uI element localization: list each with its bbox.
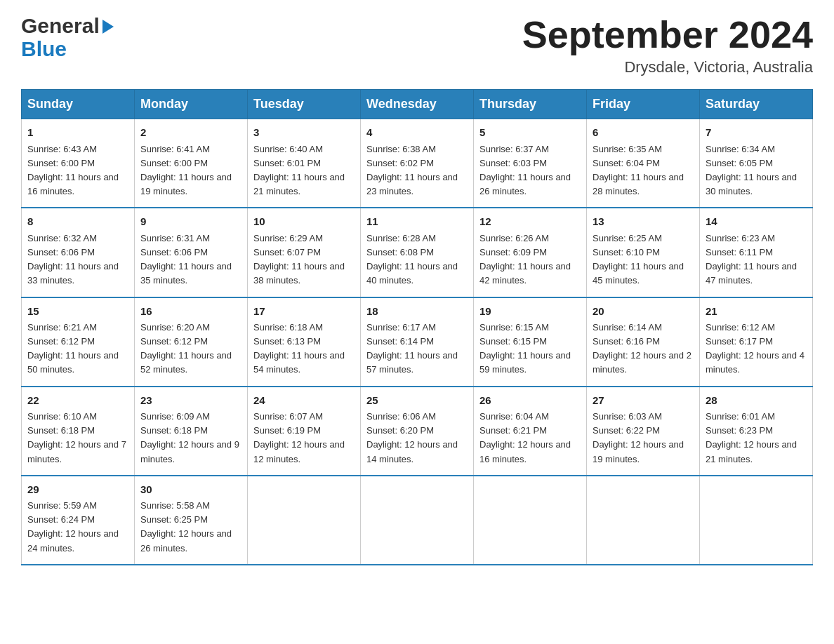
calendar-week-row: 1Sunrise: 6:43 AMSunset: 6:00 PMDaylight… xyxy=(22,119,813,208)
day-info: Sunrise: 6:07 AMSunset: 6:19 PMDaylight:… xyxy=(253,410,355,467)
calendar-week-row: 15Sunrise: 6:21 AMSunset: 6:12 PMDayligh… xyxy=(22,297,813,387)
day-info: Sunrise: 6:37 AMSunset: 6:03 PMDaylight:… xyxy=(479,142,581,199)
day-number: 2 xyxy=(140,125,241,141)
calendar-cell: 2Sunrise: 6:41 AMSunset: 6:00 PMDaylight… xyxy=(135,119,248,208)
calendar-cell: 1Sunrise: 6:43 AMSunset: 6:00 PMDaylight… xyxy=(22,119,135,208)
day-number: 7 xyxy=(706,125,807,141)
calendar-cell: 23Sunrise: 6:09 AMSunset: 6:18 PMDayligh… xyxy=(135,387,248,476)
day-number: 4 xyxy=(366,125,468,141)
day-number: 10 xyxy=(253,214,355,230)
day-number: 18 xyxy=(366,304,468,320)
day-info: Sunrise: 6:34 AMSunset: 6:05 PMDaylight:… xyxy=(706,142,807,199)
calendar-cell: 10Sunrise: 6:29 AMSunset: 6:07 PMDayligh… xyxy=(248,208,361,297)
day-info: Sunrise: 6:09 AMSunset: 6:18 PMDaylight:… xyxy=(140,410,241,467)
day-number: 3 xyxy=(253,125,355,141)
calendar-week-row: 22Sunrise: 6:10 AMSunset: 6:18 PMDayligh… xyxy=(22,387,813,476)
calendar-cell: 21Sunrise: 6:12 AMSunset: 6:17 PMDayligh… xyxy=(700,297,813,387)
day-number: 19 xyxy=(479,304,581,320)
day-info: Sunrise: 6:32 AMSunset: 6:06 PMDaylight:… xyxy=(27,232,128,288)
calendar-cell: 15Sunrise: 6:21 AMSunset: 6:12 PMDayligh… xyxy=(22,297,135,387)
calendar-cell: 27Sunrise: 6:03 AMSunset: 6:22 PMDayligh… xyxy=(587,387,700,476)
day-header-tuesday: Tuesday xyxy=(248,90,361,119)
calendar-cell: 14Sunrise: 6:23 AMSunset: 6:11 PMDayligh… xyxy=(700,208,813,297)
day-number: 30 xyxy=(140,482,241,498)
calendar-cell: 8Sunrise: 6:32 AMSunset: 6:06 PMDaylight… xyxy=(22,208,135,297)
day-number: 22 xyxy=(27,393,128,409)
calendar-week-row: 29Sunrise: 5:59 AMSunset: 6:24 PMDayligh… xyxy=(22,476,813,565)
day-info: Sunrise: 6:15 AMSunset: 6:15 PMDaylight:… xyxy=(479,321,581,377)
calendar-cell: 24Sunrise: 6:07 AMSunset: 6:19 PMDayligh… xyxy=(248,387,361,476)
page-header: General Blue September 2024 Drysdale, Vi… xyxy=(21,14,813,76)
day-number: 28 xyxy=(706,393,807,409)
day-number: 1 xyxy=(27,125,128,141)
day-info: Sunrise: 6:41 AMSunset: 6:00 PMDaylight:… xyxy=(140,142,241,199)
day-info: Sunrise: 6:18 AMSunset: 6:13 PMDaylight:… xyxy=(253,321,355,377)
day-header-monday: Monday xyxy=(135,90,248,119)
calendar-cell: 12Sunrise: 6:26 AMSunset: 6:09 PMDayligh… xyxy=(474,208,587,297)
day-number: 5 xyxy=(479,125,581,141)
day-info: Sunrise: 6:03 AMSunset: 6:22 PMDaylight:… xyxy=(593,410,694,467)
calendar-title: September 2024 xyxy=(522,14,813,55)
calendar-cell: 30Sunrise: 5:58 AMSunset: 6:25 PMDayligh… xyxy=(135,476,248,565)
day-info: Sunrise: 6:26 AMSunset: 6:09 PMDaylight:… xyxy=(479,232,581,288)
day-number: 25 xyxy=(366,393,468,409)
day-header-friday: Friday xyxy=(587,90,700,119)
day-number: 12 xyxy=(479,214,581,230)
day-info: Sunrise: 6:01 AMSunset: 6:23 PMDaylight:… xyxy=(706,410,807,467)
day-info: Sunrise: 6:29 AMSunset: 6:07 PMDaylight:… xyxy=(253,232,355,288)
day-info: Sunrise: 6:04 AMSunset: 6:21 PMDaylight:… xyxy=(479,410,581,467)
calendar-cell: 6Sunrise: 6:35 AMSunset: 6:04 PMDaylight… xyxy=(587,119,700,208)
calendar-cell xyxy=(361,476,474,565)
calendar-cell: 22Sunrise: 6:10 AMSunset: 6:18 PMDayligh… xyxy=(22,387,135,476)
calendar-cell: 3Sunrise: 6:40 AMSunset: 6:01 PMDaylight… xyxy=(248,119,361,208)
day-info: Sunrise: 6:23 AMSunset: 6:11 PMDaylight:… xyxy=(706,232,807,288)
day-info: Sunrise: 6:20 AMSunset: 6:12 PMDaylight:… xyxy=(140,321,241,377)
day-info: Sunrise: 6:25 AMSunset: 6:10 PMDaylight:… xyxy=(593,232,694,288)
calendar-cell: 20Sunrise: 6:14 AMSunset: 6:16 PMDayligh… xyxy=(587,297,700,387)
calendar-cell: 26Sunrise: 6:04 AMSunset: 6:21 PMDayligh… xyxy=(474,387,587,476)
day-number: 16 xyxy=(140,304,241,320)
calendar-cell xyxy=(587,476,700,565)
day-info: Sunrise: 6:17 AMSunset: 6:14 PMDaylight:… xyxy=(366,321,468,377)
day-info: Sunrise: 6:21 AMSunset: 6:12 PMDaylight:… xyxy=(27,321,128,377)
day-info: Sunrise: 6:38 AMSunset: 6:02 PMDaylight:… xyxy=(366,142,468,199)
day-number: 15 xyxy=(27,304,128,320)
calendar-cell: 7Sunrise: 6:34 AMSunset: 6:05 PMDaylight… xyxy=(700,119,813,208)
day-info: Sunrise: 6:35 AMSunset: 6:04 PMDaylight:… xyxy=(593,142,694,199)
day-number: 27 xyxy=(593,393,694,409)
calendar-cell xyxy=(700,476,813,565)
day-header-wednesday: Wednesday xyxy=(361,90,474,119)
calendar-cell: 18Sunrise: 6:17 AMSunset: 6:14 PMDayligh… xyxy=(361,297,474,387)
calendar-cell: 19Sunrise: 6:15 AMSunset: 6:15 PMDayligh… xyxy=(474,297,587,387)
day-info: Sunrise: 6:43 AMSunset: 6:00 PMDaylight:… xyxy=(27,142,128,199)
day-info: Sunrise: 5:58 AMSunset: 6:25 PMDaylight:… xyxy=(140,499,241,556)
day-number: 17 xyxy=(253,304,355,320)
calendar-week-row: 8Sunrise: 6:32 AMSunset: 6:06 PMDaylight… xyxy=(22,208,813,297)
logo-arrow-icon xyxy=(102,20,114,34)
calendar-table: SundayMondayTuesdayWednesdayThursdayFrid… xyxy=(21,89,813,565)
day-info: Sunrise: 5:59 AMSunset: 6:24 PMDaylight:… xyxy=(27,499,128,556)
day-info: Sunrise: 6:12 AMSunset: 6:17 PMDaylight:… xyxy=(706,321,807,377)
calendar-cell: 13Sunrise: 6:25 AMSunset: 6:10 PMDayligh… xyxy=(587,208,700,297)
calendar-header-row: SundayMondayTuesdayWednesdayThursdayFrid… xyxy=(22,90,813,119)
logo-general-text: General xyxy=(21,14,100,37)
day-number: 21 xyxy=(706,304,807,320)
calendar-cell: 28Sunrise: 6:01 AMSunset: 6:23 PMDayligh… xyxy=(700,387,813,476)
day-info: Sunrise: 6:40 AMSunset: 6:01 PMDaylight:… xyxy=(253,142,355,199)
title-block: September 2024 Drysdale, Victoria, Austr… xyxy=(522,14,813,76)
day-number: 6 xyxy=(593,125,694,141)
day-number: 23 xyxy=(140,393,241,409)
day-info: Sunrise: 6:14 AMSunset: 6:16 PMDaylight:… xyxy=(593,321,694,377)
day-header-sunday: Sunday xyxy=(22,90,135,119)
day-info: Sunrise: 6:10 AMSunset: 6:18 PMDaylight:… xyxy=(27,410,128,467)
calendar-cell: 29Sunrise: 5:59 AMSunset: 6:24 PMDayligh… xyxy=(22,476,135,565)
day-number: 20 xyxy=(593,304,694,320)
day-number: 29 xyxy=(27,482,128,498)
day-info: Sunrise: 6:31 AMSunset: 6:06 PMDaylight:… xyxy=(140,232,241,288)
calendar-cell xyxy=(248,476,361,565)
day-number: 24 xyxy=(253,393,355,409)
day-number: 11 xyxy=(366,214,468,230)
calendar-subtitle: Drysdale, Victoria, Australia xyxy=(522,58,813,76)
day-number: 26 xyxy=(479,393,581,409)
day-number: 9 xyxy=(140,214,241,230)
